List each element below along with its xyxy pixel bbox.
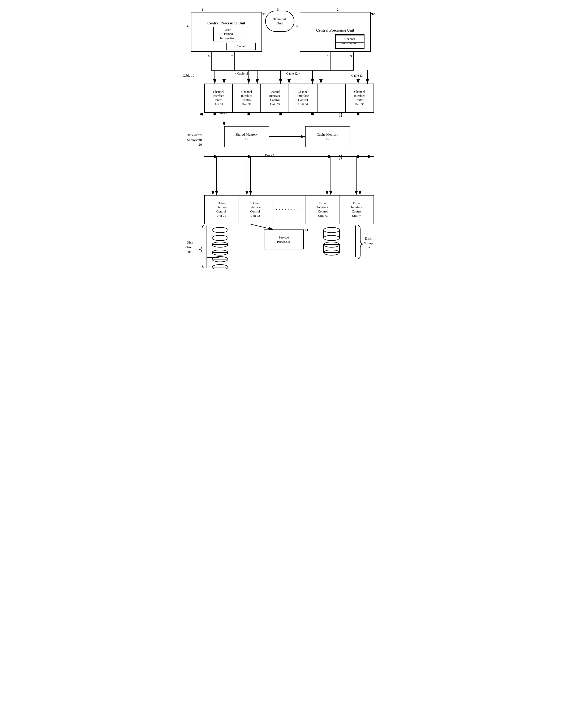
- svg-point-22: [247, 113, 250, 115]
- terminal-unit: Terminal Unit: [265, 11, 295, 32]
- ref-21: 21: [305, 228, 309, 232]
- ref-2: 2: [337, 7, 339, 12]
- svg-point-44: [357, 155, 360, 158]
- svg-point-23: [279, 113, 282, 115]
- cpu2-box: Central Processing Unit Host Utility Pro…: [300, 12, 371, 52]
- cicu-32: ChannelInterfaceControlUnit 32: [233, 84, 261, 112]
- ref-9: 9: [351, 54, 352, 58]
- cpu1-channel2: Channel: [226, 43, 255, 50]
- cable13-label: Cable 13: [352, 74, 363, 78]
- das-brace: [200, 84, 202, 237]
- svg-rect-70: [212, 259, 228, 267]
- svg-point-24: [311, 113, 314, 115]
- dicu-73: DriveInterfaceControlUnit 73: [306, 196, 340, 224]
- main-diagram: 1 2 3 Central Processing Unit Host Utili…: [183, 5, 379, 273]
- svg-rect-67: [212, 245, 228, 253]
- bus41-label: ~ Bus 41: [217, 111, 229, 115]
- svg-point-41: [213, 155, 216, 158]
- disk-group-left-label: Disk Group 81: [185, 240, 194, 255]
- svg-point-42: [247, 155, 250, 158]
- svg-point-21: [213, 113, 216, 115]
- cable11-label: ~ Cable 11: [235, 72, 248, 76]
- cicu-31: ChannelInterfaceControlUnit 31: [205, 84, 233, 112]
- svg-point-25: [357, 113, 360, 115]
- cache-memory-box: Cache Memory 60: [305, 126, 350, 147]
- service-processor-box: Service Processor: [264, 229, 304, 249]
- dicu-row: DriveInterfaceControlUnit 71 DriveInterf…: [204, 195, 374, 224]
- ref-6: 6: [208, 54, 210, 58]
- bus42-squiggle: )): [339, 154, 343, 160]
- dicu-74: DriveInterfaceControlUnit 74: [340, 196, 374, 224]
- cicu-35: ChannelInterfaceControlUnit 35: [346, 84, 373, 112]
- cable12-label: Cable 12 ~: [287, 72, 300, 76]
- ref-92: 92: [372, 12, 375, 16]
- cicu-34: ChannelInterfaceControlUnit 34: [289, 84, 317, 112]
- svg-rect-64: [212, 230, 228, 238]
- disk-group-right-label: Disk Group 82: [364, 236, 373, 251]
- dicu-72: DriveInterfaceControlUnit 72: [238, 196, 272, 224]
- ref-7: 7: [231, 54, 233, 58]
- das-label: Disk Array Subsystem 20: [183, 133, 202, 147]
- cpu1-box: Central Processing Unit Host Utility Pro…: [191, 12, 262, 52]
- svg-rect-76: [324, 245, 340, 253]
- ref-1: 1: [201, 7, 203, 12]
- dicu-71: DriveInterfaceControlUnit 71: [205, 196, 239, 224]
- cicu-row: ChannelInterfaceControlUnit 31 ChannelIn…: [204, 84, 374, 113]
- svg-point-43: [328, 155, 330, 158]
- bus42-label: Bus 42 ~: [265, 153, 276, 157]
- cable10-label: Cable 10: [183, 74, 194, 78]
- dicu-dots: · · · · · · · · ·: [272, 196, 307, 224]
- svg-point-45: [368, 155, 370, 158]
- disk-group-left: [209, 227, 236, 270]
- ref-4: 4: [187, 24, 189, 28]
- ref-91: 91: [262, 12, 266, 16]
- shared-memory-box: Shared Memory 50: [224, 126, 269, 147]
- ref-8: 8: [327, 54, 329, 58]
- cicu-dots: · · · · ·: [318, 84, 346, 112]
- cpu1-user-defined: User Defined Information: [213, 27, 242, 41]
- cpu2-channel2: Channel: [335, 36, 365, 43]
- svg-line-55: [250, 224, 273, 229]
- cpu1-title: Central Processing Unit: [207, 21, 245, 26]
- bus41-squiggle: )): [339, 111, 343, 118]
- cpu2-title: Central Processing Unit: [316, 28, 354, 33]
- cicu-33: ChannelInterfaceControlUnit 33: [261, 84, 289, 112]
- ref-5: 5: [297, 24, 299, 28]
- disk-group-right: [321, 227, 348, 258]
- svg-rect-73: [324, 230, 340, 238]
